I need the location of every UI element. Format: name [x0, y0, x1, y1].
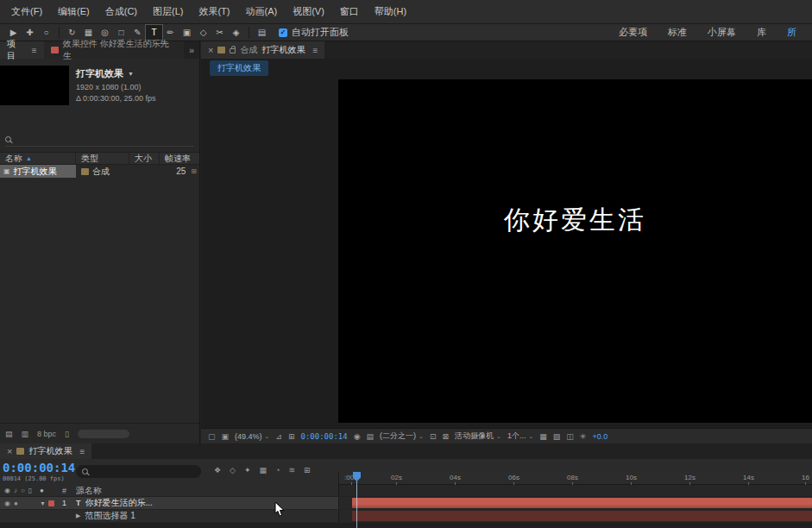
- camera-dropdown[interactable]: 活动摄像机 ⌄: [455, 431, 501, 442]
- panel-menu-icon[interactable]: ≡: [312, 46, 318, 55]
- rulers-icon[interactable]: ◫: [566, 432, 574, 441]
- zoom-tool-icon[interactable]: ○: [38, 25, 54, 40]
- composition-flowchart-icon[interactable]: ❖: [214, 466, 221, 475]
- composition-nav-button[interactable]: 打字机效果: [210, 60, 268, 76]
- layer-duration-bar[interactable]: [352, 498, 812, 508]
- puppet-tool-icon[interactable]: ◈: [228, 25, 244, 40]
- workspace-standard[interactable]: 标准: [658, 26, 697, 39]
- property-expand-icon[interactable]: ▶: [76, 512, 80, 519]
- column-header-name[interactable]: 名称 ▲: [0, 153, 76, 164]
- hide-shy-layers-icon[interactable]: ✦: [244, 466, 251, 475]
- column-header-fps[interactable]: 帧速率: [160, 153, 199, 164]
- tab-project[interactable]: 项目 ≡: [0, 41, 44, 59]
- time-ruler[interactable]: :00s 02s 04s 06s 08s 10s 12s 14s 16: [338, 471, 812, 485]
- composition-name[interactable]: 打字机效果: [76, 67, 123, 80]
- layer-row[interactable]: ◉ ● ▼ 1 T 你好爱生活的乐... ✦ / ◎ 无 ∨: [0, 497, 812, 510]
- audio-column-icon[interactable]: ♪: [14, 487, 17, 494]
- grid-guides-icon[interactable]: ▦: [539, 432, 547, 441]
- workspace-essentials[interactable]: 必要项: [608, 26, 658, 39]
- panel-menu-icon[interactable]: ≡: [32, 46, 37, 55]
- menu-help[interactable]: 帮助(H): [367, 5, 414, 18]
- layer-expand-icon[interactable]: ▼: [40, 500, 46, 506]
- viewer-timecode[interactable]: 0:00:00:14: [301, 432, 348, 441]
- exposure-value[interactable]: +0.0: [592, 432, 607, 441]
- graph-editor-icon[interactable]: ≋: [289, 466, 296, 475]
- tab-overflow-icon[interactable]: »: [184, 41, 199, 59]
- workspace-all-panels[interactable]: 所: [777, 26, 807, 39]
- list-view-icon[interactable]: ▤: [5, 430, 13, 438]
- menu-layer[interactable]: 图层(L): [145, 5, 191, 18]
- tab-composition-viewer[interactable]: × 合成 打字机效果 ≡: [201, 41, 324, 59]
- clone-stamp-tool-icon[interactable]: ▣: [179, 25, 195, 40]
- menu-view[interactable]: 视图(V): [285, 5, 332, 18]
- menu-file[interactable]: 文件(F): [3, 5, 50, 18]
- camera-value: 活动摄像机: [455, 431, 494, 442]
- show-snapshot-icon[interactable]: ▤: [367, 432, 375, 441]
- exposure-icon[interactable]: ✳: [580, 432, 587, 441]
- resolution-dropdown[interactable]: (二分之一) ⌄: [380, 431, 424, 442]
- motion-blur-icon[interactable]: ◔: [275, 466, 280, 475]
- menu-composition[interactable]: 合成(C): [98, 5, 145, 18]
- magnification-dropdown[interactable]: (49.4%) ⌄: [235, 432, 269, 441]
- project-search-field[interactable]: [5, 133, 194, 147]
- view-layout-dropdown[interactable]: 1个... ⌄: [507, 431, 533, 442]
- viewer-viewport[interactable]: 你好爱生活: [201, 78, 812, 428]
- mask-visibility-icon[interactable]: ⊡: [430, 432, 437, 441]
- property-row[interactable]: ▶ 范围选择器 1: [0, 510, 812, 523]
- effect-controls-icon: [51, 47, 59, 53]
- video-column-icon[interactable]: ◉: [4, 487, 10, 494]
- trash-icon[interactable]: ▯: [65, 430, 69, 438]
- brainstorm-icon[interactable]: ⊞: [304, 466, 311, 475]
- composition-text[interactable]: 你好爱生活: [504, 203, 646, 238]
- auto-open-panels-toggle[interactable]: ✓ 自动打开面板: [279, 26, 349, 39]
- lock-icon[interactable]: [230, 48, 236, 53]
- label-column-icon[interactable]: ●: [40, 487, 44, 494]
- menu-effect[interactable]: 效果(T): [191, 5, 237, 18]
- current-frame-label: 00014 (25.00 fps): [3, 475, 75, 482]
- solo-column-icon[interactable]: ○: [21, 487, 25, 494]
- panel-menu-icon[interactable]: ≡: [79, 447, 85, 456]
- menu-edit[interactable]: 编辑(E): [50, 5, 98, 18]
- roi-icon[interactable]: ⊿: [275, 432, 282, 441]
- roto-brush-tool-icon[interactable]: ✂: [211, 25, 228, 40]
- snapshot-icon[interactable]: ◉: [354, 432, 361, 441]
- workspace-libraries[interactable]: 库: [746, 26, 777, 39]
- current-timecode[interactable]: 0:00:00:14: [3, 461, 75, 475]
- project-item-row[interactable]: ▣ 打字机效果 合成 25 ⊞: [0, 165, 199, 178]
- transparency-grid-icon[interactable]: ⊞: [288, 432, 295, 441]
- menu-animation[interactable]: 动画(A): [238, 5, 286, 18]
- property-label[interactable]: 范围选择器 1: [85, 510, 135, 522]
- column-header-type[interactable]: 类型: [76, 153, 129, 164]
- bit-depth-label[interactable]: 8 bpc: [37, 430, 56, 438]
- channel-icon[interactable]: ⊠: [443, 432, 450, 441]
- timeline-top-strip: 0:00:00:14 00014 (25.00 fps) ❖ ◇ ✦ ▦ ◔ ≋…: [0, 459, 812, 485]
- column-header-size[interactable]: 大小: [129, 153, 160, 164]
- composition-canvas[interactable]: 你好爱生活: [338, 79, 812, 423]
- icon-view-icon[interactable]: ▥: [22, 430, 29, 438]
- playhead-line[interactable]: [356, 480, 357, 528]
- layer-name[interactable]: 你好爱生活的乐...: [85, 497, 153, 509]
- close-icon[interactable]: ×: [208, 45, 213, 55]
- layer-visibility-icon[interactable]: ◉: [4, 500, 10, 507]
- composition-thumbnail[interactable]: [0, 66, 69, 105]
- draft-3d-icon[interactable]: ◇: [230, 466, 236, 475]
- property-track-area[interactable]: [338, 510, 812, 522]
- workspace-small-screen[interactable]: 小屏幕: [697, 26, 746, 39]
- menu-window[interactable]: 窗口: [332, 5, 367, 18]
- tab-effect-controls[interactable]: 效果控件 你好爱生活的乐先生: [44, 41, 184, 59]
- always-preview-icon[interactable]: ▢: [208, 432, 216, 441]
- layer-track-area[interactable]: [338, 497, 812, 509]
- composition-info: 打字机效果 ▼ 1920 x 1080 (1.00) Δ 0:00:30:00,…: [0, 59, 199, 112]
- guides-icon[interactable]: ▧: [553, 432, 561, 441]
- tab-timeline[interactable]: × 打字机效果 ≡: [0, 443, 91, 459]
- mini-flowchart-icon[interactable]: ▣: [222, 432, 230, 441]
- layer-number-column[interactable]: #: [62, 487, 76, 495]
- frame-blending-icon[interactable]: ▦: [260, 466, 268, 475]
- layer-label-color[interactable]: [48, 500, 54, 506]
- workspace-panel-icon[interactable]: ▤: [254, 25, 270, 40]
- close-icon[interactable]: ×: [7, 446, 12, 456]
- eraser-tool-icon[interactable]: ◇: [195, 25, 211, 40]
- source-name-column[interactable]: 源名称: [76, 485, 102, 497]
- timeline-search-field[interactable]: [76, 465, 201, 478]
- lock-column-icon[interactable]: ▯: [28, 487, 32, 494]
